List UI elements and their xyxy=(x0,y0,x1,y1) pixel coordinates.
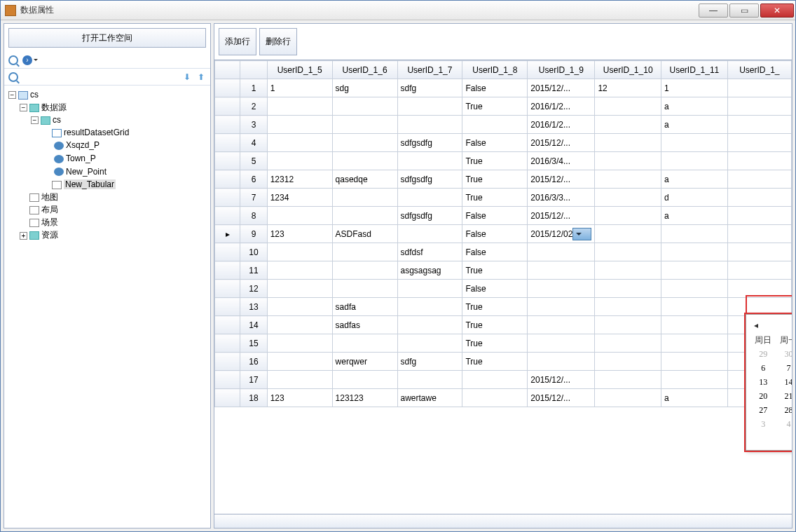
cell[interactable]: 2016/3/3... xyxy=(528,189,595,207)
tree-dataset-item[interactable]: resultDatasetGrid xyxy=(64,128,129,137)
cell[interactable]: sdfdsf xyxy=(397,243,462,261)
cell[interactable] xyxy=(727,97,791,116)
tree-toggle[interactable]: − xyxy=(31,116,39,124)
cell[interactable] xyxy=(267,152,332,170)
cell[interactable] xyxy=(661,280,728,298)
column-header[interactable]: UserID_1_5 xyxy=(267,61,332,79)
cell[interactable] xyxy=(595,134,661,152)
cell[interactable] xyxy=(595,316,661,334)
maximize-button[interactable]: ▭ xyxy=(729,4,759,18)
cell[interactable] xyxy=(332,116,397,134)
cell[interactable] xyxy=(397,334,462,353)
cell[interactable]: a xyxy=(661,97,728,116)
cell[interactable] xyxy=(528,334,595,353)
cell[interactable] xyxy=(397,189,462,207)
cell[interactable] xyxy=(528,280,595,298)
cell[interactable]: 123 xyxy=(267,225,332,243)
cell[interactable]: a xyxy=(661,116,728,134)
column-header[interactable]: UserID_1_9 xyxy=(528,61,595,79)
calendar-day[interactable]: 13 xyxy=(750,375,776,389)
cell[interactable]: 2015/12/... xyxy=(528,371,595,389)
cell[interactable] xyxy=(332,97,397,116)
table-row[interactable]: 16werqwersdfgTrue xyxy=(215,353,792,371)
delete-row-button[interactable]: 删除行 xyxy=(259,28,297,55)
cell[interactable] xyxy=(462,116,528,134)
cell[interactable]: 2016/3/4... xyxy=(528,152,595,170)
table-row[interactable]: 5True2016/3/4... xyxy=(215,152,792,170)
cell[interactable]: sdg xyxy=(332,79,397,97)
cell[interactable] xyxy=(661,353,728,371)
date-value[interactable]: 2015/12/02 xyxy=(530,229,572,239)
cell[interactable] xyxy=(727,116,791,134)
cell[interactable] xyxy=(595,280,661,298)
cell[interactable]: a xyxy=(661,207,728,225)
cell[interactable]: sdfg xyxy=(397,353,462,371)
close-button[interactable]: ✕ xyxy=(760,4,794,18)
search-icon-2[interactable] xyxy=(8,72,18,82)
cell[interactable] xyxy=(595,243,661,261)
cell[interactable] xyxy=(595,225,661,243)
calendar-day[interactable]: 7 xyxy=(776,361,792,375)
calendar-day[interactable]: 27 xyxy=(750,403,776,417)
cell[interactable] xyxy=(661,261,728,280)
calendar-day[interactable]: 28 xyxy=(776,403,792,417)
cell[interactable] xyxy=(727,152,791,170)
cell[interactable] xyxy=(332,371,397,389)
cell[interactable]: 2016/1/2... xyxy=(528,116,595,134)
cell[interactable] xyxy=(332,152,397,170)
tree-datasource-group[interactable]: 数据源 xyxy=(41,102,67,112)
cell[interactable] xyxy=(661,225,728,243)
tree-root[interactable]: cs xyxy=(30,90,39,100)
calendar-day[interactable]: 29 xyxy=(750,347,776,361)
cell[interactable] xyxy=(267,298,332,316)
calendar-day[interactable]: 4 xyxy=(776,417,792,431)
cell[interactable] xyxy=(661,371,728,389)
cell[interactable]: 1 xyxy=(267,79,332,97)
date-picker-popup[interactable]: ◂ 2015年12月 ▸ 周日周一周二周三周四周五周六 293012345678… xyxy=(746,314,792,451)
cell[interactable]: werqwer xyxy=(332,353,397,371)
open-workspace-button[interactable]: 打开工作空间 xyxy=(8,28,206,48)
cell[interactable] xyxy=(528,261,595,280)
cell[interactable] xyxy=(267,334,332,353)
table-row[interactable]: 18123123123awertawe2015/12/...a xyxy=(215,389,792,407)
add-row-button[interactable]: 添加行 xyxy=(219,28,256,55)
cell[interactable]: sdfgsdfg xyxy=(397,207,462,225)
cell[interactable] xyxy=(727,189,791,207)
cell[interactable] xyxy=(332,280,397,298)
cell[interactable] xyxy=(267,207,332,225)
cell[interactable] xyxy=(727,280,791,298)
cell[interactable] xyxy=(397,298,462,316)
tree-toggle[interactable]: − xyxy=(20,104,27,111)
minimize-button[interactable]: — xyxy=(699,4,728,18)
column-header[interactable]: UserID_1_ xyxy=(727,61,791,79)
cell[interactable]: 123 xyxy=(267,389,332,407)
cell[interactable]: False xyxy=(462,243,528,261)
cell[interactable] xyxy=(727,225,791,243)
cell[interactable] xyxy=(462,371,528,389)
filter-input[interactable] xyxy=(22,71,178,83)
cell[interactable] xyxy=(661,134,728,152)
cell[interactable]: True xyxy=(462,353,528,371)
calendar-today-link[interactable]: 今天: 2015/12/2 xyxy=(750,434,792,446)
cell[interactable] xyxy=(397,225,462,243)
cell[interactable]: 2015/12/... xyxy=(528,389,595,407)
cell[interactable] xyxy=(332,334,397,353)
cell[interactable]: d xyxy=(661,189,728,207)
tree-datasource[interactable]: cs xyxy=(53,115,61,125)
cell[interactable]: a xyxy=(661,170,728,189)
cell[interactable]: True xyxy=(462,189,528,207)
table-row[interactable]: 2True2016/1/2...a xyxy=(215,97,792,116)
cell[interactable] xyxy=(462,389,528,407)
cell[interactable]: 123123 xyxy=(332,389,397,407)
cell[interactable]: 1 xyxy=(661,79,728,97)
cell[interactable]: True xyxy=(462,97,528,116)
tree-layout[interactable]: 布局 xyxy=(41,205,58,214)
cell[interactable] xyxy=(267,261,332,280)
table-row[interactable]: 172015/12/... xyxy=(215,371,792,389)
cell[interactable] xyxy=(595,170,661,189)
table-row[interactable]: 14sadfasTrue xyxy=(215,316,792,334)
cell[interactable] xyxy=(727,261,791,280)
cell[interactable]: asgsagsag xyxy=(397,261,462,280)
table-row[interactable]: 32016/1/2...a xyxy=(215,116,792,134)
cell[interactable] xyxy=(267,116,332,134)
